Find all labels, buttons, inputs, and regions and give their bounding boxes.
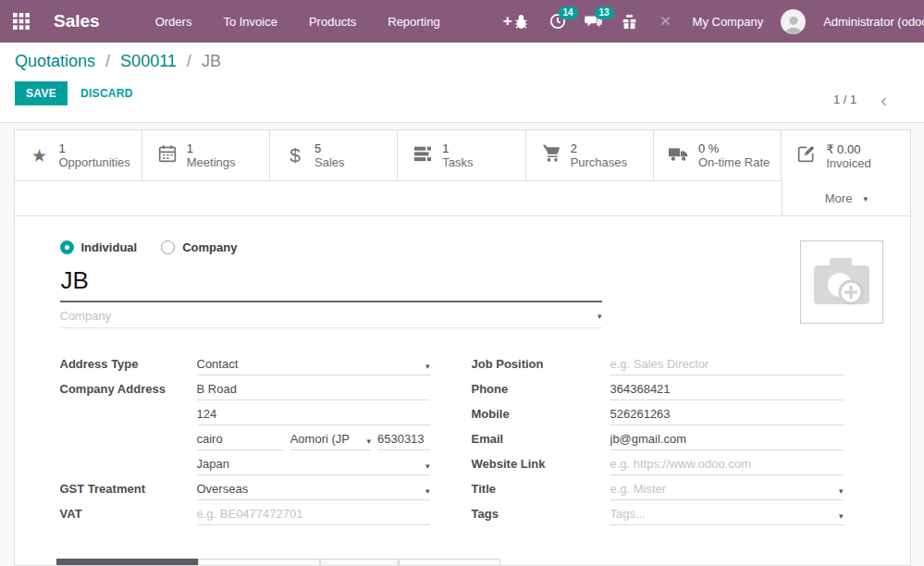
tab-segment[interactable] [198,559,320,565]
stat-label: Opportunities [59,155,130,169]
stat-value: 1 [187,142,236,155]
title-input[interactable] [610,482,835,496]
pager-previous-icon[interactable]: ‹ [881,93,887,106]
website-field[interactable] [610,457,844,475]
caret-down-icon[interactable]: ▾ [366,437,371,446]
company-name-input[interactable] [60,309,594,323]
save-button[interactable]: SAVE [15,81,68,105]
stat-ontime-rate[interactable]: 0 % On-time Rate [654,130,782,181]
address-type-input[interactable] [197,357,422,371]
city-field[interactable] [197,432,284,450]
more-label: More [825,191,853,205]
stat-purchases[interactable]: 2 Purchases [526,130,654,181]
email-label: Email [472,432,610,450]
stat-label: Invoiced [826,156,870,170]
menu-products[interactable]: Products [309,15,356,29]
caret-down-icon[interactable]: ▾ [839,511,844,521]
tab-segment-active[interactable] [56,559,198,565]
user-avatar[interactable] [781,9,806,34]
stat-label: Sales [314,155,345,169]
caret-down-icon[interactable]: ▾ [839,486,844,496]
mobile-field[interactable] [610,407,844,425]
street-input[interactable] [197,382,430,396]
activities-clock-icon[interactable]: 14 [548,12,567,31]
stat-label: Meetings [187,155,236,169]
discard-button[interactable]: DISCARD [80,87,133,100]
tasks-icon [413,145,433,166]
website-input[interactable] [610,457,844,471]
stat-sales[interactable]: $ 5 Sales [270,130,398,181]
tab-segment[interactable] [399,559,500,565]
job-position-input[interactable] [610,357,844,371]
stat-opportunities[interactable]: ★ 1 Opportunities [15,130,142,181]
email-input[interactable] [610,432,844,446]
address-type-label: Address Type [60,357,197,375]
city-input[interactable] [197,432,284,446]
breadcrumb-quotations[interactable]: Quotations [15,52,95,70]
stat-label: Tasks [442,155,473,169]
address-type-field[interactable]: ▾ [197,357,430,375]
radio-company[interactable]: Company [161,240,237,254]
breadcrumb-order[interactable]: S00011 [120,52,177,70]
tags-field[interactable]: ▾ [610,507,844,525]
mobile-input[interactable] [610,407,844,421]
stat-meetings[interactable]: 1 Meetings [142,130,270,181]
vat-input[interactable] [197,507,430,521]
stat-tasks[interactable]: 1 Tasks [398,130,525,181]
country-field[interactable]: ▾ [197,457,430,475]
stat-value: 2 [571,142,627,155]
partner-name-input[interactable] [60,266,602,302]
phone-field[interactable] [610,382,844,400]
gift-icon[interactable] [621,12,639,31]
menu-reporting[interactable]: Reporting [388,15,439,29]
mobile-label: Mobile [472,407,610,425]
tab-segment[interactable] [320,559,399,565]
company-type-selector: Individual Company [60,240,882,254]
plus-icon[interactable]: + [503,12,512,31]
user-menu[interactable]: Administrator (odoo14 [823,15,924,29]
partner-name-wrap [60,266,602,302]
radio-unselected-icon [161,240,175,254]
state-input[interactable] [290,432,363,446]
messages-icon[interactable]: 13 [585,12,603,31]
caret-down-icon[interactable]: ▾ [598,312,602,321]
country-input[interactable] [197,457,422,471]
menu-to-invoice[interactable]: To Invoice [223,15,277,29]
company-name-field[interactable]: ▾ [60,309,602,328]
bug-icon[interactable] [512,12,531,31]
partner-form: Individual Company ▾ Address Type [15,216,910,525]
apps-grid-icon[interactable] [13,13,30,30]
tags-label: Tags [472,507,610,525]
caret-down-icon[interactable]: ▾ [425,362,430,371]
state-field[interactable]: ▾ [290,432,371,450]
stat-label: On-time Rate [698,155,770,169]
caret-down-icon[interactable]: ▾ [425,461,430,471]
tags-input[interactable] [610,507,835,521]
city-state-zip-group: ▾ [197,432,430,450]
partner-photo-upload[interactable] [800,240,883,324]
camera-plus-icon [811,256,872,308]
stat-invoiced[interactable]: ₹ 0.00 Invoiced [782,130,909,181]
email-field[interactable] [610,432,844,450]
street2-input[interactable] [197,407,430,421]
gst-treatment-field[interactable]: ▾ [197,482,430,500]
street-field[interactable] [197,382,430,400]
title-field[interactable]: ▾ [610,482,844,500]
menu-orders[interactable]: Orders [155,15,192,29]
radio-individual[interactable]: Individual [60,240,138,254]
messages-count-badge: 13 [595,6,614,19]
form-view-container: ★ 1 Opportunities 1 Meetings $ 5 Sales [0,123,924,566]
gst-treatment-input[interactable] [197,482,422,496]
street2-field[interactable] [197,407,430,425]
zip-field[interactable] [377,432,430,450]
zip-input[interactable] [377,432,430,446]
form-columns: Address Type ▾ Company Address [60,351,882,525]
caret-down-icon[interactable]: ▾ [425,486,430,496]
job-position-field[interactable] [610,357,844,375]
more-dropdown[interactable]: More ▾ [782,181,909,215]
close-icon[interactable]: ✕ [657,12,675,31]
company-switcher[interactable]: My Company [693,15,764,29]
phone-input[interactable] [610,382,844,396]
app-name[interactable]: Sales [54,11,100,31]
vat-field[interactable] [197,507,430,525]
